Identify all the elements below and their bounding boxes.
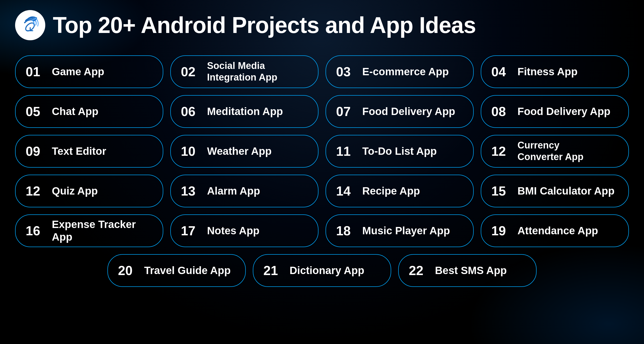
app-number-04: 04 bbox=[491, 64, 511, 79]
app-name-15-3: BMI Calculator App bbox=[517, 185, 615, 197]
app-name-22-2: Best SMS App bbox=[435, 264, 507, 277]
app-card-21[interactable]: 21Dictionary App bbox=[253, 254, 391, 287]
app-name-21-1: Dictionary App bbox=[290, 264, 364, 277]
app-name-14-2: Recipe App bbox=[362, 185, 420, 197]
app-card-10[interactable]: 10Weather App bbox=[170, 135, 318, 168]
app-card-03[interactable]: 03E-commerce App bbox=[326, 55, 474, 88]
app-number-20: 20 bbox=[118, 263, 138, 278]
app-card-12[interactable]: 12Quiz App bbox=[15, 175, 163, 207]
app-name-18-2: Music Player App bbox=[362, 224, 450, 237]
app-number-10: 10 bbox=[181, 144, 201, 159]
app-card-05[interactable]: 05Chat App bbox=[15, 95, 163, 128]
app-number-08: 08 bbox=[491, 104, 511, 119]
app-card-08[interactable]: 08Food Delivery App bbox=[481, 95, 629, 128]
app-card-16[interactable]: 16Expense Tracker App bbox=[15, 214, 163, 247]
app-card-18[interactable]: 18Music Player App bbox=[326, 214, 474, 247]
app-name-16-0: Expense Tracker App bbox=[52, 218, 153, 244]
app-number-01: 01 bbox=[26, 64, 46, 79]
app-name-02-1: Social MediaIntegration App bbox=[207, 60, 277, 83]
app-number-06: 06 bbox=[181, 104, 201, 119]
header: Top 20+ Android Projects and App Ideas bbox=[15, 10, 629, 40]
app-number-12: 12 bbox=[26, 183, 46, 199]
app-number-11: 11 bbox=[336, 144, 356, 159]
app-card-07[interactable]: 07Food Delivery App bbox=[326, 95, 474, 128]
app-card-22[interactable]: 22Best SMS App bbox=[398, 254, 537, 287]
app-card-13[interactable]: 13Alarm App bbox=[170, 175, 318, 207]
app-card-17[interactable]: 17Notes App bbox=[170, 214, 318, 247]
apps-grid: 01Game App02Social MediaIntegration App0… bbox=[15, 55, 629, 287]
app-name-12-3: CurrencyConverter App bbox=[517, 140, 584, 163]
app-name-07-2: Food Delivery App bbox=[362, 105, 455, 118]
app-number-18: 18 bbox=[336, 223, 356, 238]
app-number-17: 17 bbox=[181, 223, 201, 238]
app-card-15[interactable]: 15BMI Calculator App bbox=[481, 175, 629, 207]
app-card-12[interactable]: 12CurrencyConverter App bbox=[481, 135, 629, 168]
app-number-13: 13 bbox=[181, 183, 201, 199]
app-card-20[interactable]: 20Travel Guide App bbox=[107, 254, 246, 287]
app-name-03-2: E-commerce App bbox=[362, 65, 449, 78]
grid-row-5: 16Expense Tracker App17Notes App18Music … bbox=[15, 214, 629, 247]
app-card-02[interactable]: 02Social MediaIntegration App bbox=[170, 55, 318, 88]
page-title: Top 20+ Android Projects and App Ideas bbox=[53, 12, 476, 38]
app-name-10-1: Weather App bbox=[207, 145, 272, 158]
grid-row-6: 20Travel Guide App21Dictionary App22Best… bbox=[15, 254, 629, 287]
app-number-14: 14 bbox=[336, 183, 356, 199]
app-card-04[interactable]: 04Fitness App bbox=[481, 55, 629, 88]
app-name-05-0: Chat App bbox=[52, 105, 98, 118]
satellite-dish-icon bbox=[20, 15, 40, 35]
logo bbox=[15, 10, 45, 40]
app-name-17-1: Notes App bbox=[207, 224, 259, 237]
app-card-11[interactable]: 11To-Do List App bbox=[326, 135, 474, 168]
app-number-21: 21 bbox=[263, 263, 284, 278]
app-number-19: 19 bbox=[491, 223, 511, 238]
app-number-03: 03 bbox=[336, 64, 356, 79]
app-card-19[interactable]: 19Attendance App bbox=[481, 214, 629, 247]
grid-row-2: 05Chat App06Meditation App07Food Deliver… bbox=[15, 95, 629, 128]
app-number-16: 16 bbox=[26, 223, 46, 238]
app-name-01-0: Game App bbox=[52, 65, 104, 78]
app-card-09[interactable]: 09Text Editor bbox=[15, 135, 163, 168]
app-name-12-0: Quiz App bbox=[52, 185, 98, 197]
app-name-20-0: Travel Guide App bbox=[144, 264, 231, 277]
app-number-02: 02 bbox=[181, 64, 201, 79]
app-name-09-0: Text Editor bbox=[52, 145, 106, 158]
app-number-05: 05 bbox=[26, 104, 46, 119]
app-number-07: 07 bbox=[336, 104, 356, 119]
grid-row-4: 12Quiz App13Alarm App14Recipe App15BMI C… bbox=[15, 175, 629, 207]
app-name-13-1: Alarm App bbox=[207, 185, 260, 197]
grid-row-3: 09Text Editor10Weather App11To-Do List A… bbox=[15, 135, 629, 168]
app-name-06-1: Meditation App bbox=[207, 105, 283, 118]
app-name-04-3: Fitness App bbox=[517, 65, 578, 78]
app-name-08-3: Food Delivery App bbox=[517, 105, 611, 118]
app-card-06[interactable]: 06Meditation App bbox=[170, 95, 318, 128]
app-card-01[interactable]: 01Game App bbox=[15, 55, 163, 88]
app-number-22: 22 bbox=[409, 263, 429, 278]
app-name-19-3: Attendance App bbox=[517, 224, 598, 237]
app-card-14[interactable]: 14Recipe App bbox=[326, 175, 474, 207]
grid-row-1: 01Game App02Social MediaIntegration App0… bbox=[15, 55, 629, 88]
app-number-15: 15 bbox=[491, 183, 511, 199]
app-name-11-2: To-Do List App bbox=[362, 145, 437, 158]
app-number-12: 12 bbox=[491, 144, 511, 159]
app-number-09: 09 bbox=[26, 144, 46, 159]
